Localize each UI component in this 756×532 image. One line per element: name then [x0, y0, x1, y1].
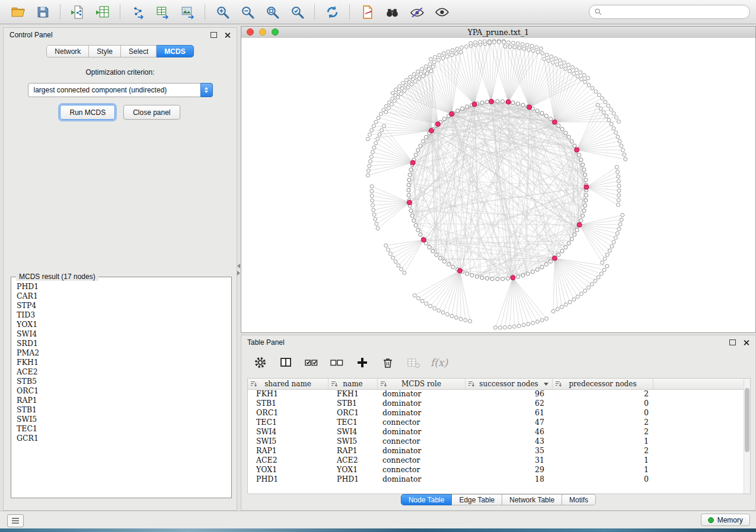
cell-filler — [653, 399, 744, 408]
mcds-result-item[interactable]: STP4 — [17, 301, 229, 310]
save-session-button[interactable] — [31, 2, 55, 21]
window-minimize-button[interactable] — [259, 28, 266, 36]
table-row[interactable]: ACE2ACE2connector311 — [248, 456, 744, 465]
mcds-result-item[interactable]: STB1 — [17, 405, 229, 415]
apply-layout-button[interactable] — [320, 2, 344, 21]
table-scrollbar[interactable] — [744, 379, 750, 493]
delete-table-button[interactable] — [405, 354, 422, 371]
import-table-button[interactable] — [91, 2, 114, 21]
mcds-result-item[interactable]: SRD1 — [17, 339, 229, 348]
table-row[interactable]: PHD1PHD1dominator180 — [248, 475, 744, 484]
table-row[interactable]: YOX1YOX1connector291 — [248, 465, 744, 475]
tab-motifs[interactable]: Motifs — [562, 494, 596, 505]
export-network-button[interactable] — [126, 2, 149, 21]
show-hide-button[interactable] — [430, 2, 454, 21]
table-row[interactable]: STB1STB1dominator620 — [248, 399, 744, 408]
table-row[interactable]: SWI5SWI5connector431 — [248, 437, 744, 446]
tab-edge-table[interactable]: Edge Table — [452, 494, 502, 505]
float-panel-icon[interactable] — [729, 339, 736, 345]
cell-shared_name: TEC1 — [248, 418, 328, 427]
close-panel-icon[interactable] — [224, 32, 231, 39]
export-image-button[interactable] — [176, 2, 199, 21]
select-all-button[interactable] — [303, 354, 320, 371]
mcds-result-item[interactable]: SWI5 — [17, 415, 229, 424]
find-button[interactable] — [380, 2, 404, 21]
show-columns-button[interactable] — [277, 354, 294, 371]
panel-splitter-handle[interactable] — [236, 262, 241, 277]
cell-pred: 0 — [553, 399, 653, 408]
table-settings-button[interactable] — [252, 354, 269, 371]
add-column-button[interactable] — [354, 354, 371, 371]
delete-column-button[interactable] — [379, 354, 396, 371]
criterion-dropdown[interactable]: largest connected component (undirected) — [28, 83, 213, 97]
deselect-all-button[interactable] — [328, 354, 345, 371]
cell-succ: 31 — [465, 456, 553, 465]
window-zoom-button[interactable] — [272, 28, 279, 36]
column-header-mcds-role[interactable]: MCDS role — [378, 379, 465, 389]
cell-name: ACE2 — [328, 456, 378, 465]
mcds-result-item[interactable]: ACE2 — [17, 367, 229, 377]
open-session-button[interactable] — [6, 2, 30, 21]
window-close-button[interactable] — [247, 28, 254, 36]
zoom-fit-button[interactable] — [260, 2, 284, 21]
function-builder-button[interactable]: f(x) — [430, 357, 448, 368]
status-menu-button[interactable] — [7, 514, 24, 527]
share-document-button[interactable] — [355, 2, 379, 21]
close-panel-icon[interactable] — [743, 339, 749, 346]
run-mcds-button[interactable]: Run MCDS — [60, 105, 115, 120]
mcds-result-item[interactable]: RAP1 — [17, 396, 229, 405]
table-row[interactable]: FKH1FKH1dominator962 — [248, 389, 744, 399]
memory-button[interactable]: Memory — [701, 514, 750, 526]
cell-succ: 18 — [465, 475, 553, 484]
column-header-predecessor-nodes[interactable]: predecessor nodes — [553, 379, 653, 389]
mcds-result-item[interactable]: STB5 — [17, 377, 229, 386]
open-folder-icon — [11, 5, 25, 20]
mcds-result-item[interactable]: SWI4 — [17, 329, 229, 339]
column-header-name[interactable]: name — [328, 379, 378, 389]
tab-network[interactable]: Network — [46, 45, 89, 57]
table-row[interactable]: SWI4SWI4dominator462 — [248, 427, 744, 437]
mcds-result-item[interactable]: CAR1 — [17, 291, 229, 301]
column-header-shared-name[interactable]: shared name — [248, 379, 328, 389]
cell-role: dominator — [378, 427, 465, 437]
search-field[interactable] — [589, 5, 750, 19]
zoom-out-button[interactable] — [235, 2, 259, 21]
table-row[interactable]: ORC1ORC1dominator610 — [248, 408, 744, 418]
network-canvas[interactable] — [241, 38, 755, 332]
close-panel-button[interactable]: Close panel — [123, 105, 180, 120]
search-input[interactable] — [606, 7, 745, 17]
table-body: FKH1FKH1dominator962STB1STB1dominator620… — [248, 389, 744, 493]
mcds-result-item[interactable]: FKH1 — [17, 358, 229, 367]
scrollbar-thumb[interactable] — [745, 388, 749, 452]
cell-role: dominator — [378, 408, 465, 418]
cell-filler — [653, 456, 744, 465]
zoom-in-button[interactable] — [210, 2, 234, 21]
tab-node-table[interactable]: Node Table — [401, 494, 452, 505]
table-toolbar: f(x) — [241, 351, 755, 374]
eye-icon — [435, 5, 449, 20]
style-visibility-button[interactable] — [405, 2, 429, 21]
export-table-button[interactable] — [151, 2, 174, 21]
mcds-result-item[interactable]: TID3 — [17, 310, 229, 320]
mcds-result-item[interactable]: YOX1 — [17, 320, 229, 329]
mcds-result-item[interactable]: PHD1 — [17, 282, 229, 291]
import-network-button[interactable] — [66, 2, 90, 21]
table-row[interactable]: TEC1TEC1connector472 — [248, 418, 744, 427]
mcds-result-item[interactable]: PMA2 — [17, 348, 229, 358]
export-table-icon — [155, 5, 170, 20]
network-window-titlebar[interactable]: YPA_prune.txt_1 — [241, 27, 755, 39]
network-graph[interactable] — [241, 38, 755, 332]
mcds-result-item[interactable]: TEC1 — [17, 424, 229, 434]
tab-style[interactable]: Style — [89, 45, 121, 57]
tab-mcds[interactable]: MCDS — [157, 45, 193, 57]
mcds-result-item[interactable]: GCR1 — [17, 434, 229, 443]
float-panel-icon[interactable] — [210, 32, 217, 38]
search-icon — [594, 8, 603, 17]
tab-network-table[interactable]: Network Table — [502, 494, 562, 505]
mcds-result-item[interactable]: ORC1 — [17, 386, 229, 396]
cell-succ: 35 — [465, 446, 553, 456]
table-row[interactable]: RAP1RAP1dominator352 — [248, 446, 744, 456]
tab-select[interactable]: Select — [121, 45, 157, 57]
zoom-selected-button[interactable] — [285, 2, 309, 21]
column-header-successor-nodes[interactable]: successor nodes — [465, 379, 553, 389]
